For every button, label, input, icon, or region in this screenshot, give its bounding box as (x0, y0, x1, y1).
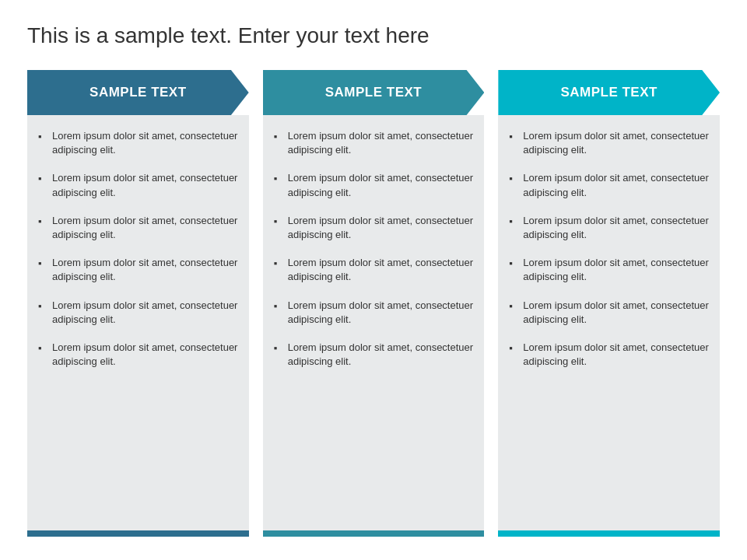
bullet-marker-icon: ▪ (509, 299, 518, 313)
column-1-header-text: SAMPLE TEXT (89, 85, 187, 100)
list-item: ▪Lorem ipsum dolor sit amet, consectetue… (509, 214, 709, 242)
bullet-text: Lorem ipsum dolor sit amet, consectetuer… (52, 299, 238, 327)
bullet-text: Lorem ipsum dolor sit amet, consectetuer… (52, 256, 238, 284)
column-3-header-text: SAMPLE TEXT (560, 85, 658, 100)
column-3-footer (498, 530, 720, 537)
list-item: ▪Lorem ipsum dolor sit amet, consectetue… (509, 129, 709, 157)
list-item: ▪Lorem ipsum dolor sit amet, consectetue… (274, 256, 474, 284)
list-item: ▪Lorem ipsum dolor sit amet, consectetue… (509, 341, 709, 369)
column-1: SAMPLE TEXT ▪Lorem ipsum dolor sit amet,… (27, 70, 249, 537)
page: This is a sample text. Enter your text h… (0, 0, 747, 560)
bullet-text: Lorem ipsum dolor sit amet, consectetuer… (523, 214, 709, 242)
bullet-text: Lorem ipsum dolor sit amet, consectetuer… (288, 129, 474, 157)
list-item: ▪Lorem ipsum dolor sit amet, consectetue… (509, 171, 709, 199)
bullet-text: Lorem ipsum dolor sit amet, consectetuer… (52, 341, 238, 369)
bullet-marker-icon: ▪ (38, 257, 47, 271)
bullet-marker-icon: ▪ (274, 130, 283, 144)
bullet-marker-icon: ▪ (509, 172, 518, 186)
bullet-marker-icon: ▪ (38, 172, 47, 186)
bullet-marker-icon: ▪ (38, 341, 47, 355)
list-item: ▪Lorem ipsum dolor sit amet, consectetue… (509, 299, 709, 327)
page-title: This is a sample text. Enter your text h… (27, 23, 720, 48)
columns-container: SAMPLE TEXT ▪Lorem ipsum dolor sit amet,… (27, 70, 720, 537)
bullet-marker-icon: ▪ (274, 215, 283, 229)
bullet-text: Lorem ipsum dolor sit amet, consectetuer… (288, 341, 474, 369)
list-item: ▪Lorem ipsum dolor sit amet, consectetue… (274, 341, 474, 369)
bullet-marker-icon: ▪ (38, 130, 47, 144)
bullet-text: Lorem ipsum dolor sit amet, consectetuer… (523, 256, 709, 284)
bullet-marker-icon: ▪ (38, 215, 47, 229)
bullet-marker-icon: ▪ (509, 341, 518, 355)
bullet-text: Lorem ipsum dolor sit amet, consectetuer… (523, 171, 709, 199)
bullet-marker-icon: ▪ (274, 257, 283, 271)
bullet-marker-icon: ▪ (509, 130, 518, 144)
bullet-marker-icon: ▪ (274, 172, 283, 186)
bullet-text: Lorem ipsum dolor sit amet, consectetuer… (288, 214, 474, 242)
bullet-marker-icon: ▪ (38, 299, 47, 313)
list-item: ▪Lorem ipsum dolor sit amet, consectetue… (38, 256, 238, 284)
bullet-marker-icon: ▪ (509, 257, 518, 271)
bullet-text: Lorem ipsum dolor sit amet, consectetuer… (52, 129, 238, 157)
column-1-body: ▪Lorem ipsum dolor sit amet, consectetue… (27, 115, 249, 530)
list-item: ▪Lorem ipsum dolor sit amet, consectetue… (38, 341, 238, 369)
bullet-marker-icon: ▪ (509, 215, 518, 229)
column-2-header: SAMPLE TEXT (263, 70, 485, 115)
list-item: ▪Lorem ipsum dolor sit amet, consectetue… (38, 171, 238, 199)
bullet-text: Lorem ipsum dolor sit amet, consectetuer… (523, 341, 709, 369)
list-item: ▪Lorem ipsum dolor sit amet, consectetue… (274, 129, 474, 157)
bullet-text: Lorem ipsum dolor sit amet, consectetuer… (52, 214, 238, 242)
bullet-text: Lorem ipsum dolor sit amet, consectetuer… (52, 171, 238, 199)
bullet-text: Lorem ipsum dolor sit amet, consectetuer… (288, 171, 474, 199)
bullet-text: Lorem ipsum dolor sit amet, consectetuer… (288, 299, 474, 327)
list-item: ▪Lorem ipsum dolor sit amet, consectetue… (274, 299, 474, 327)
list-item: ▪Lorem ipsum dolor sit amet, consectetue… (274, 214, 474, 242)
column-2-body: ▪Lorem ipsum dolor sit amet, consectetue… (263, 115, 485, 530)
column-1-header: SAMPLE TEXT (27, 70, 249, 115)
column-3: SAMPLE TEXT ▪Lorem ipsum dolor sit amet,… (498, 70, 720, 537)
list-item: ▪Lorem ipsum dolor sit amet, consectetue… (38, 299, 238, 327)
bullet-marker-icon: ▪ (274, 341, 283, 355)
list-item: ▪Lorem ipsum dolor sit amet, consectetue… (38, 214, 238, 242)
column-1-footer (27, 530, 249, 537)
list-item: ▪Lorem ipsum dolor sit amet, consectetue… (38, 129, 238, 157)
column-3-header: SAMPLE TEXT (498, 70, 720, 115)
column-2: SAMPLE TEXT ▪Lorem ipsum dolor sit amet,… (263, 70, 485, 537)
list-item: ▪Lorem ipsum dolor sit amet, consectetue… (509, 256, 709, 284)
column-3-body: ▪Lorem ipsum dolor sit amet, consectetue… (498, 115, 720, 530)
list-item: ▪Lorem ipsum dolor sit amet, consectetue… (274, 171, 474, 199)
column-2-header-text: SAMPLE TEXT (325, 85, 423, 100)
bullet-marker-icon: ▪ (274, 299, 283, 313)
bullet-text: Lorem ipsum dolor sit amet, consectetuer… (523, 129, 709, 157)
bullet-text: Lorem ipsum dolor sit amet, consectetuer… (288, 256, 474, 284)
column-2-footer (263, 530, 485, 537)
bullet-text: Lorem ipsum dolor sit amet, consectetuer… (523, 299, 709, 327)
